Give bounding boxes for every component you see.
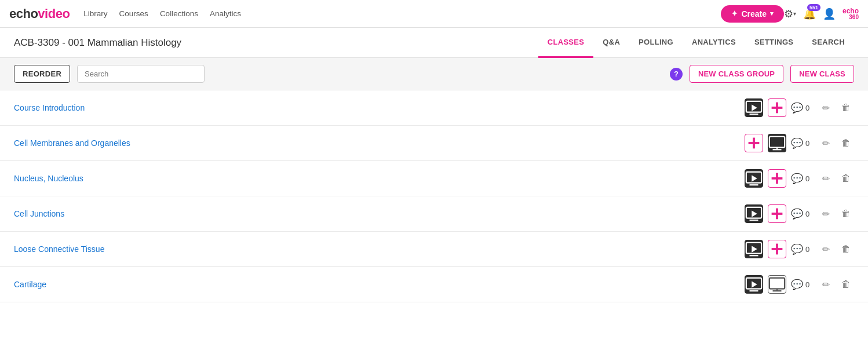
svg-marker-21 — [752, 246, 757, 252]
delete-button[interactable]: 🗑 — [838, 206, 854, 221]
comment-icon: 💬 — [791, 243, 803, 255]
nav-analytics[interactable]: Analytics — [210, 9, 241, 18]
plus-icon — [768, 205, 786, 222]
delete-button[interactable]: 🗑 — [838, 136, 854, 151]
svg-rect-7 — [769, 137, 785, 148]
comment-icon: 💬 — [791, 102, 803, 114]
media-icon-button[interactable] — [745, 240, 763, 258]
class-name[interactable]: Cell Junctions — [14, 209, 745, 218]
table-row: Cell Junctions 💬 0 ✏ 🗑 — [0, 196, 868, 232]
svg-marker-11 — [752, 175, 757, 181]
comment-number: 0 — [805, 245, 809, 254]
svg-marker-1 — [752, 104, 757, 111]
screen-icon — [768, 134, 786, 152]
logo: echovideo — [9, 6, 70, 21]
add-content-button[interactable] — [745, 134, 763, 152]
comment-count: 💬 0 — [791, 243, 814, 255]
edit-button[interactable]: ✏ — [819, 242, 833, 257]
class-name[interactable]: Loose Connective Tissue — [14, 244, 745, 254]
add-content-button[interactable] — [768, 169, 786, 188]
tab-search[interactable]: SEARCH — [803, 28, 854, 58]
class-name[interactable]: Course Introduction — [14, 103, 745, 112]
create-button[interactable]: ✦ Create ▾ — [721, 5, 784, 23]
edit-button[interactable]: ✏ — [819, 136, 833, 151]
course-title: ACB-3309 - 001 Mammalian Histology — [14, 37, 181, 49]
class-actions: 💬 0 ✏ 🗑 — [745, 169, 854, 188]
comment-number: 0 — [805, 210, 809, 218]
delete-button[interactable]: 🗑 — [838, 277, 854, 292]
edit-button[interactable]: ✏ — [819, 100, 833, 116]
top-nav: echovideo Library Courses Collections An… — [0, 0, 868, 28]
new-class-button[interactable]: NEW CLASS — [790, 65, 854, 83]
screen-icon-button[interactable] — [768, 275, 786, 294]
media-icon-button[interactable] — [745, 204, 763, 223]
plus-icon — [768, 99, 786, 116]
class-name[interactable]: Nucleus, Nucleolus — [14, 174, 745, 183]
delete-button[interactable]: 🗑 — [838, 242, 854, 257]
add-content-button[interactable] — [768, 204, 786, 223]
echo360-text: echo — [843, 8, 859, 14]
class-name[interactable]: Cell Membranes and Organelles — [14, 138, 745, 148]
class-actions: 💬 0 ✏ 🗑 — [745, 98, 854, 117]
logo-video: video — [38, 6, 70, 21]
new-class-group-button[interactable]: NEW CLASS GROUP — [690, 65, 783, 83]
edit-button[interactable]: ✏ — [819, 206, 833, 222]
notifications-button[interactable]: 🔔 551 — [803, 8, 816, 20]
class-actions: 💬 0 ✏ 🗑 — [745, 275, 854, 294]
chevron-down-icon: ▾ — [770, 10, 774, 17]
settings-button[interactable]: ⚙ ▾ — [784, 8, 796, 20]
nav-library[interactable]: Library — [83, 9, 107, 18]
media-icon-button[interactable] — [745, 275, 763, 294]
table-row: Cell Membranes and Organelles 💬 0 ✏ 🗑 — [0, 126, 868, 161]
table-row: Loose Connective Tissue 💬 0 ✏ 🗑 — [0, 232, 868, 267]
user-icon: 👤 — [823, 8, 836, 20]
svg-marker-16 — [752, 210, 757, 217]
screen-icon-button[interactable] — [768, 134, 786, 152]
plus-icon — [745, 134, 763, 152]
tab-settings[interactable]: SETTINGS — [745, 28, 803, 58]
comment-number: 0 — [805, 174, 809, 183]
spark-icon: ✦ — [731, 9, 738, 18]
comment-count: 💬 0 — [791, 208, 814, 220]
nav-collections[interactable]: Collections — [160, 9, 198, 18]
tab-classes[interactable]: CLASSES — [538, 28, 594, 58]
comment-number: 0 — [805, 139, 809, 148]
search-input[interactable] — [77, 65, 205, 83]
echo360-sub: 360 — [843, 14, 859, 20]
media-icon — [745, 170, 763, 187]
add-content-button[interactable] — [768, 98, 786, 117]
classes-list: Course Introduction 💬 0 ✏ 🗑 Cell Membran… — [0, 90, 868, 302]
edit-button[interactable]: ✏ — [819, 277, 833, 292]
comment-number: 0 — [805, 104, 809, 112]
delete-button[interactable]: 🗑 — [838, 100, 854, 115]
notification-badge: 551 — [807, 4, 820, 11]
plus-icon — [768, 170, 786, 187]
delete-button[interactable]: 🗑 — [838, 171, 854, 186]
comment-icon: 💬 — [791, 279, 803, 291]
tab-analytics[interactable]: ANALYTICS — [683, 28, 745, 58]
tab-qa[interactable]: Q&A — [593, 28, 629, 58]
help-icon-button[interactable]: ? — [670, 68, 683, 81]
nav-right: ⚙ ▾ 🔔 551 👤 echo 360 — [784, 8, 859, 20]
nav-links: Library Courses Collections Analytics — [83, 9, 721, 18]
comment-count: 💬 0 — [791, 279, 814, 291]
media-icon — [745, 276, 763, 293]
add-content-button[interactable] — [768, 240, 786, 258]
class-actions: 💬 0 ✏ 🗑 — [745, 134, 854, 152]
table-row: Nucleus, Nucleolus 💬 0 ✏ 🗑 — [0, 161, 868, 196]
media-icon — [745, 240, 763, 258]
tab-polling[interactable]: POLLING — [629, 28, 683, 58]
media-icon-button[interactable] — [745, 98, 763, 117]
edit-button[interactable]: ✏ — [819, 171, 833, 187]
media-icon — [745, 205, 763, 222]
echo360-logo: echo 360 — [843, 8, 859, 20]
media-icon-button[interactable] — [745, 169, 763, 188]
toolbar: REORDER ? NEW CLASS GROUP NEW CLASS — [0, 58, 868, 90]
course-header: ACB-3309 - 001 Mammalian Histology CLASS… — [0, 28, 868, 58]
class-name[interactable]: Cartilage — [14, 280, 745, 289]
comment-number: 0 — [805, 280, 809, 289]
nav-courses[interactable]: Courses — [119, 9, 148, 18]
reorder-button[interactable]: REORDER — [14, 65, 70, 83]
logo-echo: echo — [9, 6, 38, 21]
user-profile-button[interactable]: 👤 — [823, 8, 836, 20]
